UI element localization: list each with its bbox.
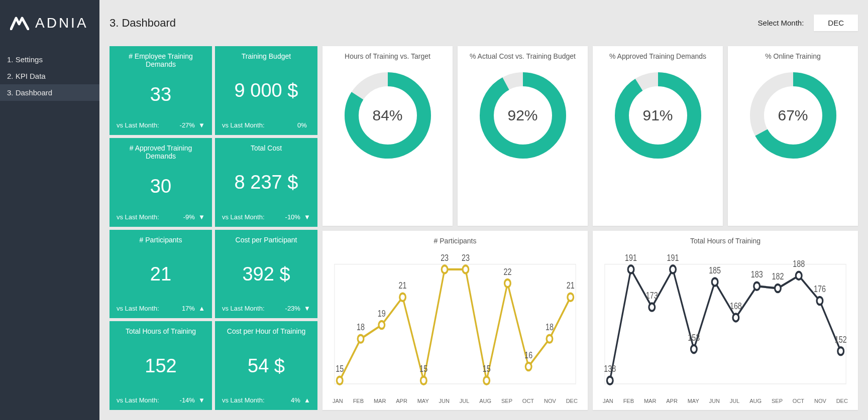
month-select: Select Month: DEC bbox=[758, 15, 858, 31]
xaxis-tick: AUG bbox=[749, 398, 762, 404]
donut-panel: % Online Training 67% bbox=[728, 46, 858, 226]
svg-point-40 bbox=[733, 314, 739, 321]
svg-text:21: 21 bbox=[567, 280, 575, 291]
month-dropdown[interactable]: DEC bbox=[814, 15, 858, 31]
kpi-delta-value: 4% ▲ bbox=[291, 396, 310, 404]
xaxis-tick: FEB bbox=[353, 398, 364, 404]
kpi-tile: Training Budget 9 000 $ vs Last Month: 0… bbox=[215, 46, 317, 135]
kpi-delta-value: -9% ▼ bbox=[183, 213, 205, 221]
kpi-title: Training Budget bbox=[242, 52, 291, 60]
kpi-delta-label: vs Last Month: bbox=[222, 213, 265, 221]
xaxis-tick: MAY bbox=[688, 398, 699, 404]
nav: 1. Settings 2. KPI Data 3. Dashboard bbox=[0, 51, 99, 101]
donut-title: Hours of Training vs. Target bbox=[345, 52, 430, 60]
svg-text:173: 173 bbox=[646, 290, 658, 301]
svg-point-36 bbox=[649, 303, 655, 311]
xaxis-tick: SEP bbox=[501, 398, 512, 404]
kpi-tile: Total Cost 8 237 $ vs Last Month: -10% ▼ bbox=[215, 138, 317, 227]
nav-item-kpi-data[interactable]: 2. KPI Data bbox=[0, 68, 99, 84]
svg-point-44 bbox=[817, 297, 823, 304]
kpi-tile: Cost per Hour of Training 54 $ vs Last M… bbox=[215, 321, 317, 410]
kpi-delta: vs Last Month: -10% ▼ bbox=[222, 213, 310, 221]
donut-chart: 92% bbox=[478, 70, 568, 161]
xaxis-tick: JUL bbox=[460, 398, 470, 404]
kpi-delta-label: vs Last Month: bbox=[222, 121, 265, 129]
brand-text: ADNIA bbox=[35, 15, 88, 31]
hours-chart-panel: Total Hours of Training 1381911731911531… bbox=[593, 231, 858, 410]
kpi-delta-value: -10% ▼ bbox=[285, 213, 310, 221]
kpi-delta-label: vs Last Month: bbox=[117, 305, 159, 312]
donut-percent-label: 84% bbox=[343, 70, 433, 161]
svg-point-15 bbox=[463, 265, 469, 273]
month-select-label: Select Month: bbox=[758, 19, 804, 27]
participants-chart: 151819211523231522161821 bbox=[331, 249, 580, 394]
svg-point-38 bbox=[691, 345, 697, 352]
kpi-value: 33 bbox=[150, 84, 171, 105]
kpi-delta: vs Last Month: -23% ▼ bbox=[222, 305, 310, 312]
donut-panel: Hours of Training vs. Target 84% bbox=[322, 46, 453, 226]
svg-text:153: 153 bbox=[688, 332, 700, 342]
svg-point-45 bbox=[838, 347, 844, 355]
svg-text:18: 18 bbox=[357, 322, 365, 332]
xaxis-tick: APR bbox=[666, 398, 678, 404]
svg-text:152: 152 bbox=[835, 334, 847, 344]
svg-text:185: 185 bbox=[709, 265, 721, 275]
xaxis-tick: AUG bbox=[479, 398, 491, 404]
line-row: # Participants 151819211523231522161821 … bbox=[322, 231, 858, 410]
svg-point-34 bbox=[607, 376, 613, 384]
sidebar: ADNIA 1. Settings 2. KPI Data 3. Dashboa… bbox=[0, 0, 99, 420]
kpi-delta-value: 0% bbox=[297, 121, 310, 129]
kpi-value: 21 bbox=[150, 263, 171, 285]
svg-point-13 bbox=[420, 376, 426, 384]
participants-chart-panel: # Participants 151819211523231522161821 … bbox=[322, 231, 588, 410]
svg-point-17 bbox=[505, 279, 511, 287]
nav-item-dashboard[interactable]: 3. Dashboard bbox=[0, 84, 99, 101]
xaxis-tick: NOV bbox=[814, 398, 826, 404]
kpi-title: # Participants bbox=[140, 236, 182, 244]
kpi-tile: Total Hours of Training 152 vs Last Mont… bbox=[110, 321, 212, 410]
kpi-delta-value: -14% ▼ bbox=[180, 396, 205, 404]
donut-row: Hours of Training vs. Target 84% % Actua… bbox=[322, 46, 858, 226]
participants-xaxis: JANFEBMARAPRMAYJUNJULAUGSEPOCTNOVDEC bbox=[331, 394, 580, 404]
svg-point-39 bbox=[712, 278, 718, 286]
svg-text:188: 188 bbox=[793, 258, 805, 269]
kpi-tile: # Employee Training Demands 33 vs Last M… bbox=[110, 46, 212, 135]
svg-text:23: 23 bbox=[441, 252, 449, 263]
kpi-delta: vs Last Month: 17% ▲ bbox=[117, 305, 205, 312]
hours-chart: 138191173191153185168183182188176152 bbox=[601, 249, 850, 394]
svg-point-35 bbox=[628, 265, 634, 273]
svg-text:168: 168 bbox=[730, 301, 742, 311]
donut-chart: 84% bbox=[343, 70, 433, 161]
donut-percent-label: 91% bbox=[613, 70, 703, 161]
svg-point-10 bbox=[358, 335, 364, 342]
kpi-delta-label: vs Last Month: bbox=[222, 305, 265, 312]
svg-text:182: 182 bbox=[772, 271, 784, 282]
kpi-delta-label: vs Last Month: bbox=[117, 396, 159, 404]
svg-text:191: 191 bbox=[667, 252, 679, 263]
svg-text:191: 191 bbox=[625, 252, 637, 263]
svg-text:18: 18 bbox=[546, 322, 554, 332]
kpi-grid: # Employee Training Demands 33 vs Last M… bbox=[110, 46, 317, 410]
xaxis-tick: APR bbox=[396, 398, 407, 404]
brand-logo: ADNIA bbox=[0, 0, 99, 51]
svg-point-12 bbox=[400, 293, 406, 301]
xaxis-tick: NOV bbox=[544, 398, 556, 404]
svg-text:183: 183 bbox=[751, 269, 763, 279]
header: 3. Dashboard Select Month: DEC bbox=[110, 8, 858, 46]
hours-xaxis: JANFEBMARAPRMAYJUNJULAUGSEPOCTNOVDEC bbox=[601, 394, 850, 404]
svg-point-18 bbox=[525, 362, 531, 370]
xaxis-tick: OCT bbox=[522, 398, 534, 404]
svg-rect-8 bbox=[335, 264, 576, 383]
svg-text:176: 176 bbox=[814, 284, 826, 294]
svg-text:16: 16 bbox=[524, 349, 532, 360]
svg-point-42 bbox=[775, 284, 781, 292]
svg-point-9 bbox=[337, 376, 343, 384]
svg-text:15: 15 bbox=[336, 363, 344, 374]
donut-panel: % Actual Cost vs. Training Budget 92% bbox=[458, 46, 588, 226]
xaxis-tick: FEB bbox=[623, 398, 634, 404]
nav-item-settings[interactable]: 1. Settings bbox=[0, 51, 99, 68]
donut-percent-label: 67% bbox=[748, 70, 838, 161]
donut-title: % Online Training bbox=[765, 52, 821, 60]
svg-point-37 bbox=[670, 265, 676, 273]
svg-text:19: 19 bbox=[378, 308, 386, 318]
